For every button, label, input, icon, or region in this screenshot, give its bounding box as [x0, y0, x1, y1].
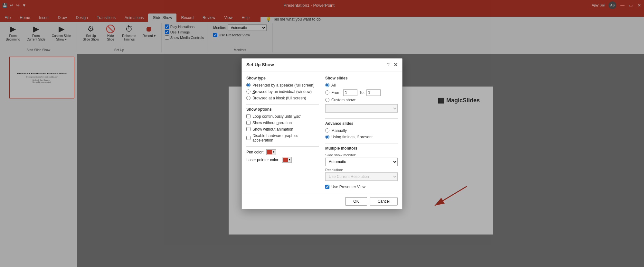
show-slides-title: Show slides [325, 76, 398, 80]
loop-check[interactable]: Loop continuously until 'Esc' [246, 114, 319, 119]
multiple-monitors-title: Multiple monitors [325, 146, 398, 151]
pen-color-button[interactable]: ▼ [266, 149, 276, 155]
custom-show-label: Custom show: [331, 98, 356, 102]
dialog-footer: OK Cancel [242, 194, 402, 209]
advance-slides-group: Manually Using timings, if present [325, 128, 398, 139]
custom-show-select[interactable] [325, 104, 398, 113]
dialog-right-col: Show slides All From: To: [325, 76, 398, 189]
manually-label: Manually [331, 128, 347, 133]
disable-hw-check[interactable]: Disable hardware graphics acceleration [246, 134, 319, 143]
pen-color-label: Pen color: [246, 150, 264, 154]
kiosk-radio[interactable]: Browsed at a kiosk (full screen) [246, 96, 319, 100]
advance-slides-title: Advance slides [325, 121, 398, 126]
manually-radio[interactable]: Manually [325, 128, 398, 133]
to-input[interactable] [366, 89, 381, 96]
laser-color-label: Laser pointer color: [246, 158, 279, 162]
dialog-body: Show type PPresented by a speaker (full … [242, 71, 402, 194]
timings-radio[interactable]: Using timings, if present [325, 135, 398, 139]
timings-label: Using timings, if present [331, 135, 373, 139]
dialog-title: Set Up Show [246, 62, 274, 67]
dialog-help-icon[interactable]: ? [387, 62, 390, 67]
window-radio[interactable]: Browsed by an individual (window) [246, 89, 319, 94]
full-screen-radio[interactable]: PPresented by a speaker (full screen)res… [246, 83, 319, 87]
show-slides-group: All From: To: Custom show: [325, 83, 398, 115]
laser-color-button[interactable]: ▼ [282, 157, 292, 163]
show-type-title: Show type [246, 76, 319, 80]
monitors-section: Slide show monitor: Automatic Resolution… [325, 153, 398, 189]
dialog-overlay: Set Up Show ? ✕ Show type PPresented by … [0, 0, 644, 267]
pen-color-arrow: ▼ [272, 151, 275, 153]
dialog-title-bar: Set Up Show ? ✕ [242, 59, 402, 71]
to-label: To: [359, 90, 365, 95]
dialog-close-icon[interactable]: ✕ [393, 62, 398, 68]
from-to-radio[interactable]: From: To: [325, 89, 398, 96]
show-type-group: PPresented by a speaker (full screen)res… [246, 83, 319, 100]
all-label: All [331, 83, 336, 87]
from-label: From: [331, 90, 341, 95]
dialog-controls: ? ✕ [387, 62, 398, 68]
cancel-button[interactable]: Cancel [370, 197, 398, 206]
show-options-title: Show options [246, 107, 319, 112]
custom-show-radio[interactable]: Custom show: [325, 98, 398, 102]
no-animation-check[interactable]: Show without animation [246, 127, 319, 132]
presenter-view-label: Use Presenter View [331, 185, 365, 189]
disable-hw-label: Disable hardware graphics acceleration [252, 134, 319, 143]
pen-color-row: Pen color: ▼ [246, 149, 319, 155]
pen-color-swatch [267, 150, 272, 154]
use-presenter-view-dialog-check[interactable]: Use Presenter View [325, 185, 398, 189]
laser-color-arrow: ▼ [288, 158, 291, 161]
dialog-left-col: Show type PPresented by a speaker (full … [246, 76, 319, 189]
slide-show-monitor-label: Slide show monitor: [325, 153, 398, 157]
resolution-select[interactable]: Use Current Resolution [325, 172, 398, 181]
ok-button[interactable]: OK [345, 197, 367, 206]
no-narration-check[interactable]: Show without narration [246, 121, 319, 125]
setup-show-dialog: Set Up Show ? ✕ Show type PPresented by … [242, 58, 402, 209]
from-input[interactable] [343, 89, 357, 96]
laser-color-row: Laser pointer color: ▼ [246, 157, 319, 163]
resolution-label: Resolution: [325, 168, 398, 172]
show-options-group: Loop continuously until 'Esc' Show witho… [246, 114, 319, 143]
all-slides-radio[interactable]: All [325, 83, 398, 87]
laser-color-swatch [283, 158, 288, 162]
slide-show-monitor-select[interactable]: Automatic [325, 158, 398, 166]
